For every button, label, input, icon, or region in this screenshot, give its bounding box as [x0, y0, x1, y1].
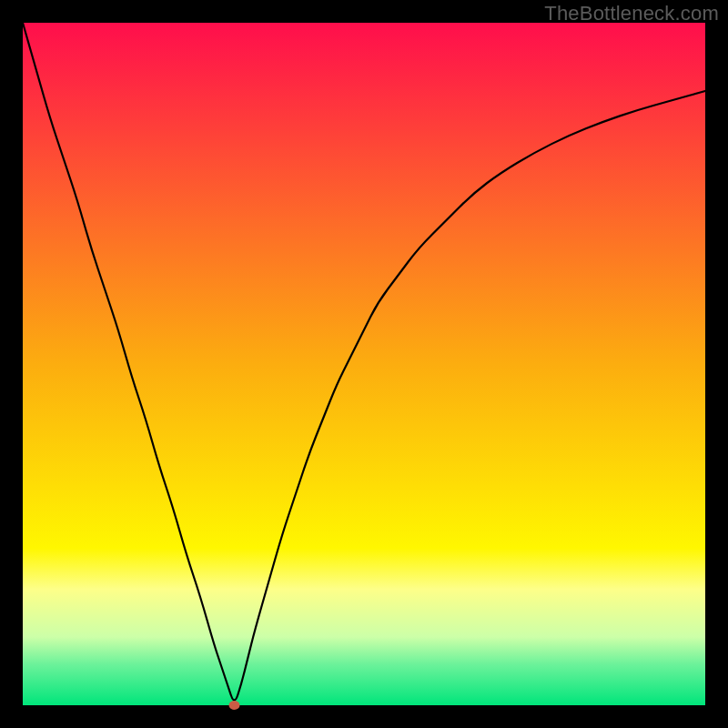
watermark-text: TheBottleneck.com — [544, 2, 719, 25]
bottleneck-chart — [0, 0, 728, 728]
plot-area — [23, 23, 705, 705]
minimum-marker — [229, 701, 240, 710]
